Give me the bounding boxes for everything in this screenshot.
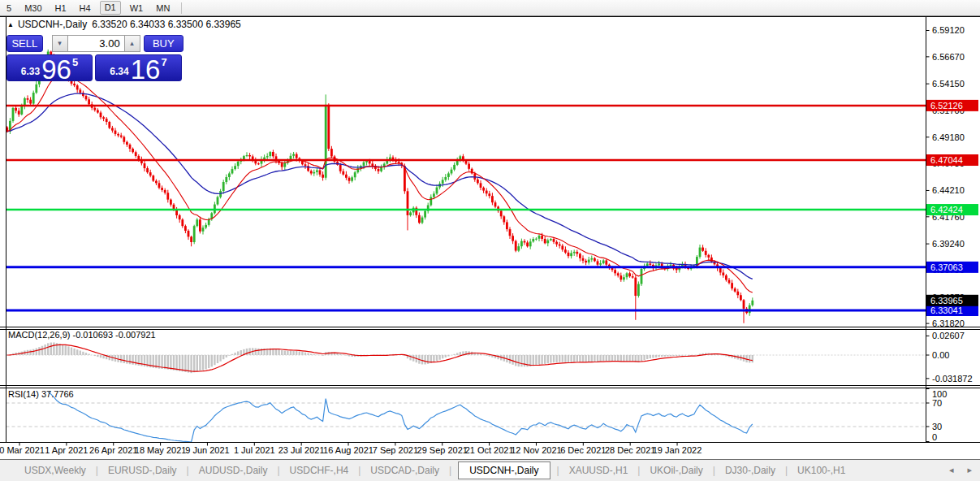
svg-text:6 Dec 2021: 6 Dec 2021 [560,445,606,455]
volume-stepper: ▾ ▴ [52,35,140,52]
buy-price-big: 16 [131,59,161,80]
svg-text:6.31820: 6.31820 [932,318,965,328]
volume-input[interactable] [67,35,125,52]
symbol-name: USDCNH-,Daily [18,19,87,30]
sell-price-big: 96 [41,59,71,80]
svg-text:16 Aug 2021: 16 Aug 2021 [323,445,373,455]
macd-indicator-label: MACD(12,26,9) -0.010693 -0.007921 [8,330,156,340]
tab-separator: | [449,465,451,476]
macd-main-value: -0.010693 [72,330,113,340]
moving-averages-layer [7,77,753,292]
timeframe-button-h4[interactable]: H4 [73,1,97,15]
timeframe-button-w1[interactable]: W1 [123,1,150,15]
svg-text:7 Sep 2021: 7 Sep 2021 [373,445,418,455]
tab-separator: | [358,465,360,476]
chart-tab-audusd-daily[interactable]: AUDUSD-,Daily [194,462,273,479]
chart-tab-eurusd-daily[interactable]: EURUSD-,Daily [103,462,182,479]
buy-price-panel[interactable]: 6.34 16 7 [95,54,182,81]
svg-text:21 Oct 2021: 21 Oct 2021 [465,445,514,455]
price-axis: 6.591206.566706.541506.517006.491806.467… [926,25,973,442]
triangle-up-icon: ▴ [130,39,134,47]
svg-text:29 Sep 2021: 29 Sep 2021 [417,445,468,455]
sell-button[interactable]: SELL [6,35,43,52]
chart-symbol-title: ▲USDCNH-,Daily6.33520 6.34033 6.33500 6.… [7,19,241,30]
volume-increase-button[interactable]: ▴ [125,35,140,52]
chart-tab-dj30-daily[interactable]: DJ30-,Daily [720,462,780,479]
timeframe-toolbar: 5M30H1H4D1W1MN [0,0,980,16]
tab-scroll-left-icon[interactable]: ◂ [949,465,954,474]
chart-tab-xauusd-h1[interactable]: XAUUSD-,H1 [564,462,633,479]
svg-text:6.47044: 6.47044 [930,155,963,165]
tab-scroll-right-icon[interactable]: ▸ [967,465,972,474]
rsi-indicator-label: RSI(14) 37.7766 [8,389,74,399]
chart-tab-usdcnh-daily[interactable]: USDCNH-,Daily [458,462,550,479]
svg-text:6.37063: 6.37063 [930,262,963,272]
triangle-down-icon: ▾ [58,39,62,47]
svg-text:12 Nov 2021: 12 Nov 2021 [511,445,561,455]
timeframe-button-m30[interactable]: M30 [18,1,48,15]
chart-tab-ukoil-daily[interactable]: UKOil-,Daily [645,462,707,479]
svg-text:6.52126: 6.52126 [930,101,963,110]
volume-decrease-button[interactable]: ▾ [52,35,67,52]
chart-tab-uk100-h1[interactable]: UK100-,H1 [792,462,850,479]
svg-text:18 May 2021: 18 May 2021 [135,445,187,455]
chart-tab-bar: USDX,Weekly|EURUSD-,Daily|AUDUSD-,Daily|… [0,459,980,481]
svg-text:6.39240: 6.39240 [932,239,965,249]
candles-layer [6,50,753,323]
sell-price-prefix: 6.33 [21,66,40,77]
tab-separator: | [557,465,559,476]
timeframe-button-5[interactable]: 5 [0,1,18,15]
buy-price-pip: 7 [161,56,166,68]
tab-scroll-arrows: ◂ ▸ [938,465,972,475]
tab-separator: | [187,465,189,476]
rsi-layer [6,392,926,443]
timeframe-button-d1[interactable]: D1 [100,1,121,15]
svg-text:26 Apr 2021: 26 Apr 2021 [89,445,137,455]
rsi-name: RSI(14) [8,389,39,399]
svg-text:0: 0 [932,432,937,442]
tab-separator: | [277,465,279,476]
svg-text:6.56670: 6.56670 [932,52,965,62]
svg-text:10 Mar 2021: 10 Mar 2021 [0,445,45,455]
timeframe-buttons: 5M30H1H4D1W1MN [0,0,176,15]
rsi-value: 37.7766 [41,389,74,399]
timeframe-button-mn[interactable]: MN [149,1,176,15]
collapse-triangle-icon[interactable]: ▲ [7,21,14,28]
price-levels-layer [6,106,926,310]
buy-button[interactable]: BUY [144,35,183,52]
svg-text:0.00: 0.00 [932,350,949,360]
svg-text:28 Dec 2021: 28 Dec 2021 [605,445,655,455]
macd-layer [6,342,926,373]
symbol-ohlc-values: 6.33520 6.34033 6.33500 6.33965 [92,19,241,30]
sell-price-panel[interactable]: 6.33 96 5 [6,54,93,81]
svg-text:19 Jan 2022: 19 Jan 2022 [653,445,702,455]
svg-text:30: 30 [932,422,942,431]
svg-text:23 Jul 2021: 23 Jul 2021 [278,445,325,455]
tab-separator: | [785,465,788,476]
svg-text:6.49180: 6.49180 [932,132,965,142]
svg-text:1 Jul 2021: 1 Jul 2021 [234,445,275,455]
svg-text:6.59120: 6.59120 [932,25,965,35]
mt4-terminal-window: { "toolbar": { "timeframes": ["5", "M30"… [0,0,980,481]
svg-text:1 Apr 2021: 1 Apr 2021 [45,445,88,455]
one-click-trading-widget: SELL ▾ ▴ BUY 6.33 96 5 6.34 16 7 [6,35,183,81]
date-axis: 10 Mar 20211 Apr 202126 Apr 202118 May 2… [0,443,702,456]
tab-separator: | [637,465,640,476]
chart-tab-usdchf-h4[interactable]: USDCHF-,H4 [285,462,354,479]
sell-price-pip: 5 [72,56,78,68]
chart-tab-usdx-weekly[interactable]: USDX,Weekly [19,462,91,479]
svg-text:6.42424: 6.42424 [930,205,963,214]
macd-name: MACD(12,26,9) [8,330,70,340]
chart-tab-usdcad-daily[interactable]: USDCAD-,Daily [365,462,444,479]
svg-text:6.33041: 6.33041 [930,306,963,315]
svg-text:0.02607: 0.02607 [932,331,965,340]
buy-price-prefix: 6.34 [110,66,128,77]
svg-text:9 Jun 2021: 9 Jun 2021 [185,445,229,455]
svg-text:6.33965: 6.33965 [930,296,963,306]
trade-widget-controls: SELL ▾ ▴ BUY [6,35,183,52]
toolbar-separator [181,2,182,14]
svg-text:70: 70 [932,398,942,408]
svg-text:-0.031872: -0.031872 [932,374,973,384]
tab-separator: | [96,465,98,476]
timeframe-button-h1[interactable]: H1 [49,1,73,15]
